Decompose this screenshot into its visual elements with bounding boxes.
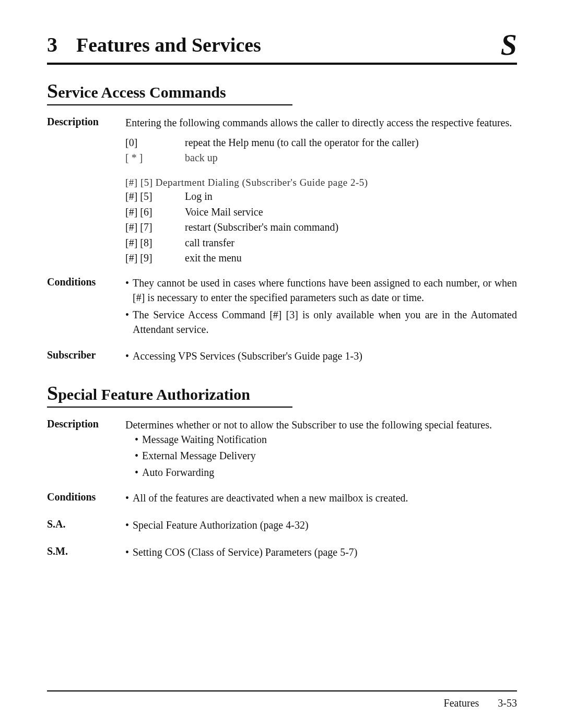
sac-subscriber-content: [#] [5] Department Dialing (Subscriber's… bbox=[125, 176, 517, 267]
footer-rule bbox=[47, 690, 517, 691]
cmd-desc: Voice Mail service bbox=[185, 205, 263, 220]
cmd-key: [#] [8] bbox=[125, 236, 170, 250]
cmd-key: [ * ] bbox=[125, 151, 170, 165]
sfa-conditions-row: Conditions All of the features are deact… bbox=[47, 491, 517, 509]
chapter-left: 3 Features and Services bbox=[47, 32, 261, 57]
label-conditions: Conditions bbox=[47, 276, 125, 340]
cmd-line: [#] [9] exit the menu bbox=[125, 251, 517, 266]
chapter-title: Features and Services bbox=[76, 33, 261, 56]
section-dropcap: S bbox=[47, 382, 58, 404]
cmd-desc: call transfer bbox=[185, 236, 234, 250]
footer-page: 3-53 bbox=[498, 697, 517, 709]
bullet: They cannot be used in cases where funct… bbox=[125, 276, 517, 305]
cmd-key: [#] [6] bbox=[125, 205, 170, 220]
label-sm: S.M. bbox=[47, 545, 125, 563]
sfa-sm-content: Setting COS (Class of Service) Parameter… bbox=[125, 545, 517, 563]
cmd-key: [#] [7] bbox=[125, 220, 170, 235]
sfa-sm-row: S.M. Setting COS (Class of Service) Para… bbox=[47, 545, 517, 563]
artifact-line: [#] [5] Department Dialing (Subscriber's… bbox=[125, 176, 517, 189]
cmd-line: [#] [7] restart (Subscriber's main comma… bbox=[125, 220, 517, 235]
sac-subscriber-ref-content: Accessing VPS Services (Subscriber's Gui… bbox=[125, 349, 517, 367]
bullet: External Message Delivery bbox=[135, 449, 517, 463]
sfa-description-content: Determines whether or not to allow the S… bbox=[125, 418, 517, 482]
cmd-desc: repeat the Help menu (to call the operat… bbox=[185, 136, 419, 150]
label-description: Description bbox=[47, 418, 125, 482]
chapter-icon: S bbox=[501, 28, 517, 62]
sfa-sa-row: S.A. Special Feature Authorization (page… bbox=[47, 518, 517, 536]
cmd-desc: exit the menu bbox=[185, 251, 242, 266]
chapter-header: 3 Features and Services S bbox=[47, 25, 517, 65]
label-description: Description bbox=[47, 116, 125, 166]
cmd-line: [ * ] back up bbox=[125, 151, 517, 165]
label-conditions: Conditions bbox=[47, 491, 125, 509]
sfa-feature-list: Message Waiting Notification External Me… bbox=[135, 433, 517, 480]
chapter-number: 3 bbox=[47, 32, 57, 57]
bullet: Auto Forwarding bbox=[135, 466, 517, 480]
cmd-desc: Log in bbox=[185, 189, 213, 204]
bullet: Setting COS (Class of Service) Parameter… bbox=[125, 545, 517, 560]
bullet: The Service Access Command [#] [3] is on… bbox=[125, 308, 517, 337]
section-title-sac: Service Access Commands bbox=[47, 79, 292, 105]
sac-subscriber-block: [#] [5] Department Dialing (Subscriber's… bbox=[47, 176, 517, 267]
cmd-key: [#] [5] bbox=[125, 189, 170, 204]
sac-description-content: Entering the following commands allows t… bbox=[125, 116, 517, 166]
sac-conditions-content: They cannot be used in cases where funct… bbox=[125, 276, 517, 340]
cmd-desc: restart (Subscriber's main command) bbox=[185, 220, 338, 235]
cmd-line: [0] repeat the Help menu (to call the op… bbox=[125, 136, 517, 150]
bullet: Message Waiting Notification bbox=[135, 433, 517, 447]
cmd-line: [#] [5] Log in bbox=[125, 189, 517, 204]
cmd-key: [#] [9] bbox=[125, 251, 170, 266]
footer-section: Features bbox=[444, 697, 479, 709]
label-subscriber: Subscriber bbox=[47, 349, 125, 367]
sac-conditions-row: Conditions They cannot be used in cases … bbox=[47, 276, 517, 340]
bullet: All of the features are deactivated when… bbox=[125, 491, 517, 506]
sac-description-text: Entering the following commands allows t… bbox=[125, 116, 517, 130]
cmd-key: [0] bbox=[125, 136, 170, 150]
label-artifact bbox=[47, 176, 125, 267]
label-sa: S.A. bbox=[47, 518, 125, 536]
sac-description-row: Description Entering the following comma… bbox=[47, 116, 517, 166]
sac-subscriber-ref-row: Subscriber Accessing VPS Services (Subsc… bbox=[47, 349, 517, 367]
section-title-text: pecial Feature Authorization bbox=[58, 386, 250, 403]
bullet: Accessing VPS Services (Subscriber's Gui… bbox=[125, 349, 517, 364]
cmd-line: [#] [8] call transfer bbox=[125, 236, 517, 250]
sfa-description-row: Description Determines whether or not to… bbox=[47, 418, 517, 482]
sac-desc-lines: [0] repeat the Help menu (to call the op… bbox=[125, 136, 517, 165]
sfa-sa-content: Special Feature Authorization (page 4-32… bbox=[125, 518, 517, 536]
section-title-text: ervice Access Commands bbox=[58, 83, 226, 101]
cmd-line: [#] [6] Voice Mail service bbox=[125, 205, 517, 220]
cmd-desc: back up bbox=[185, 151, 218, 165]
sfa-conditions-content: All of the features are deactivated when… bbox=[125, 491, 517, 509]
sfa-description-text: Determines whether or not to allow the S… bbox=[125, 418, 517, 433]
footer: Features 3-53 bbox=[444, 697, 517, 709]
section-dropcap: S bbox=[47, 80, 58, 102]
bullet: Special Feature Authorization (page 4-32… bbox=[125, 518, 517, 533]
section-title-sfa: Special Feature Authorization bbox=[47, 381, 292, 408]
